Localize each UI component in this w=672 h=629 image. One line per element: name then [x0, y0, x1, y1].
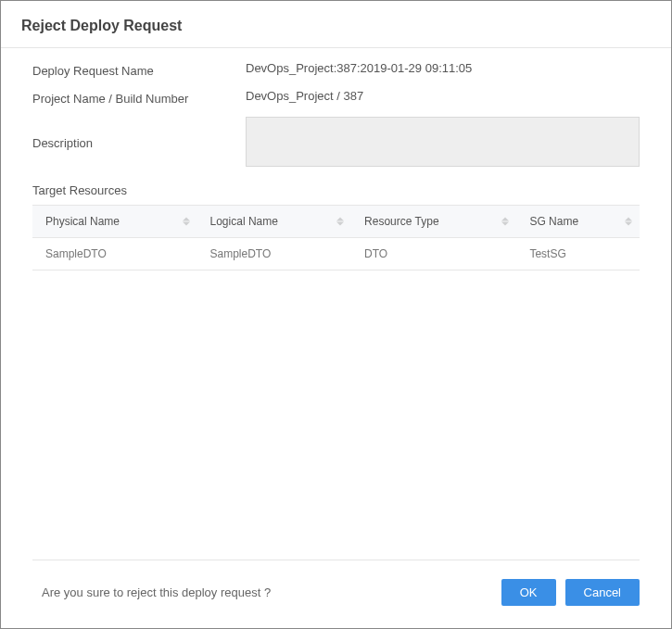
- project-build-row: Project Name / Build Number DevOps_Proje…: [32, 89, 640, 106]
- confirm-text: Are you sure to reject this deploy reque…: [32, 585, 271, 599]
- dialog-header: Reject Deploy Request: [1, 1, 671, 48]
- sort-icon: [336, 218, 344, 226]
- col-physical-name-label: Physical Name: [45, 215, 120, 228]
- deploy-request-name-value: DevOps_Project:387:2019-01-29 09:11:05: [246, 61, 472, 75]
- col-resource-type[interactable]: Resource Type: [351, 206, 516, 238]
- col-logical-name-label: Logical Name: [210, 215, 278, 228]
- deploy-request-name-row: Deploy Request Name DevOps_Project:387:2…: [32, 61, 640, 78]
- description-row: Description: [32, 117, 640, 167]
- footer-buttons: OK Cancel: [501, 579, 640, 606]
- table-header-row: Physical Name Logical Name Resource Type…: [32, 206, 640, 238]
- description-label: Description: [32, 133, 246, 150]
- cell-physical-name: SampleDTO: [32, 238, 197, 270]
- cell-resource-type: DTO: [351, 238, 516, 270]
- cell-sg-name: TestSG: [516, 238, 640, 270]
- description-input[interactable]: [246, 117, 640, 167]
- col-sg-name[interactable]: SG Name: [516, 206, 640, 238]
- project-build-value: DevOps_Project / 387: [246, 89, 363, 103]
- target-resources-label: Target Resources: [32, 183, 640, 197]
- dialog-body: Deploy Request Name DevOps_Project:387:2…: [1, 48, 671, 560]
- reject-deploy-dialog: Reject Deploy Request Deploy Request Nam…: [0, 0, 672, 629]
- sort-icon: [183, 218, 190, 226]
- col-resource-type-label: Resource Type: [364, 215, 439, 228]
- dialog-title: Reject Deploy Request: [21, 18, 651, 34]
- col-logical-name[interactable]: Logical Name: [197, 206, 352, 238]
- col-sg-name-label: SG Name: [529, 215, 578, 228]
- deploy-request-name-label: Deploy Request Name: [32, 61, 246, 78]
- sort-icon: [625, 218, 632, 226]
- cancel-button[interactable]: Cancel: [565, 579, 640, 606]
- target-resources-table: Physical Name Logical Name Resource Type…: [32, 205, 640, 270]
- ok-button[interactable]: OK: [501, 579, 556, 606]
- project-build-label: Project Name / Build Number: [32, 89, 246, 106]
- sort-icon: [501, 218, 509, 226]
- cell-logical-name: SampleDTO: [197, 238, 352, 270]
- table-row: SampleDTO SampleDTO DTO TestSG: [32, 238, 640, 270]
- dialog-footer: Are you sure to reject this deploy reque…: [32, 560, 640, 628]
- col-physical-name[interactable]: Physical Name: [32, 206, 197, 238]
